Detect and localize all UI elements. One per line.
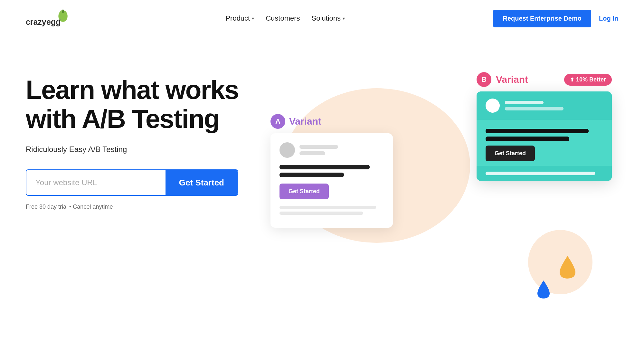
logo[interactable]: crazy egg ™ xyxy=(26,7,77,30)
svg-text:crazy: crazy xyxy=(26,17,46,26)
nav-actions: Request Enterprise Demo Log In xyxy=(493,10,618,27)
line xyxy=(505,107,564,110)
solutions-chevron-icon: ▾ xyxy=(343,16,345,21)
variant-a-text: Variant xyxy=(289,116,321,127)
nav-product[interactable]: Product ▾ xyxy=(225,14,254,23)
card-b-header-lines xyxy=(505,101,603,110)
line xyxy=(486,137,569,141)
variant-b-card: Get Started xyxy=(477,91,612,181)
card-b-body: Get Started xyxy=(477,120,612,161)
card-a-footer xyxy=(279,206,384,215)
variant-b-text: Variant xyxy=(496,74,528,85)
line xyxy=(279,165,370,169)
arrow-up-icon: ⬆ xyxy=(570,77,574,83)
avatar-b xyxy=(486,99,500,113)
url-form: Get Started xyxy=(26,169,238,196)
svg-point-3 xyxy=(61,10,62,11)
demo-button[interactable]: Request Enterprise Demo xyxy=(493,10,591,27)
line xyxy=(486,172,595,175)
main-nav: Product ▾ Customers Solutions ▾ xyxy=(225,14,345,23)
main-content: Learn what works with A/B Testing Ridicu… xyxy=(0,37,644,333)
drop-blue xyxy=(536,279,551,301)
variant-a-badge: A xyxy=(270,114,285,129)
variant-b-badge: B xyxy=(477,72,491,87)
card-a-header xyxy=(279,142,384,158)
variant-a-label: A Variant xyxy=(270,114,393,129)
card-b-header xyxy=(477,91,612,120)
avatar-a xyxy=(279,142,295,158)
get-started-button[interactable]: Get Started xyxy=(166,170,238,195)
trial-note: Free 30 day trial • Cancel anytime xyxy=(26,204,251,210)
hero-left: Learn what works with A/B Testing Ridicu… xyxy=(26,56,251,210)
variant-b-container: B Variant ⬆ 10% Better xyxy=(477,72,612,181)
hero-illustration: A Variant Get Started xyxy=(251,62,618,314)
site-header: crazy egg ™ Product ▾ Customers Solution… xyxy=(0,0,644,37)
variant-b-label-row: B Variant ⬆ 10% Better xyxy=(477,72,612,87)
hero-subtitle: Ridiculously Easy A/B Testing xyxy=(26,145,251,154)
line xyxy=(299,151,325,155)
nav-customers[interactable]: Customers xyxy=(266,14,300,23)
line xyxy=(505,101,544,104)
login-button[interactable]: Log In xyxy=(599,15,618,22)
card-a-lines xyxy=(299,145,384,155)
variant-a-card: Get Started xyxy=(270,133,393,228)
card-b-cta-button[interactable]: Get Started xyxy=(486,146,535,161)
line xyxy=(279,206,376,209)
card-a-cta-button[interactable]: Get Started xyxy=(279,184,329,199)
card-b-footer xyxy=(477,166,612,181)
better-badge: ⬆ 10% Better xyxy=(564,74,612,86)
line xyxy=(299,145,338,149)
drop-yellow xyxy=(559,254,576,281)
card-a-content: Get Started xyxy=(279,165,384,199)
svg-text:™: ™ xyxy=(58,18,61,22)
hero-title: Learn what works with A/B Testing xyxy=(26,75,251,133)
line xyxy=(486,129,589,133)
url-input[interactable] xyxy=(26,170,166,195)
product-chevron-icon: ▾ xyxy=(252,16,254,21)
line xyxy=(279,212,363,215)
line xyxy=(279,173,344,177)
variant-a-container: A Variant Get Started xyxy=(270,114,393,228)
nav-solutions[interactable]: Solutions ▾ xyxy=(312,14,345,23)
